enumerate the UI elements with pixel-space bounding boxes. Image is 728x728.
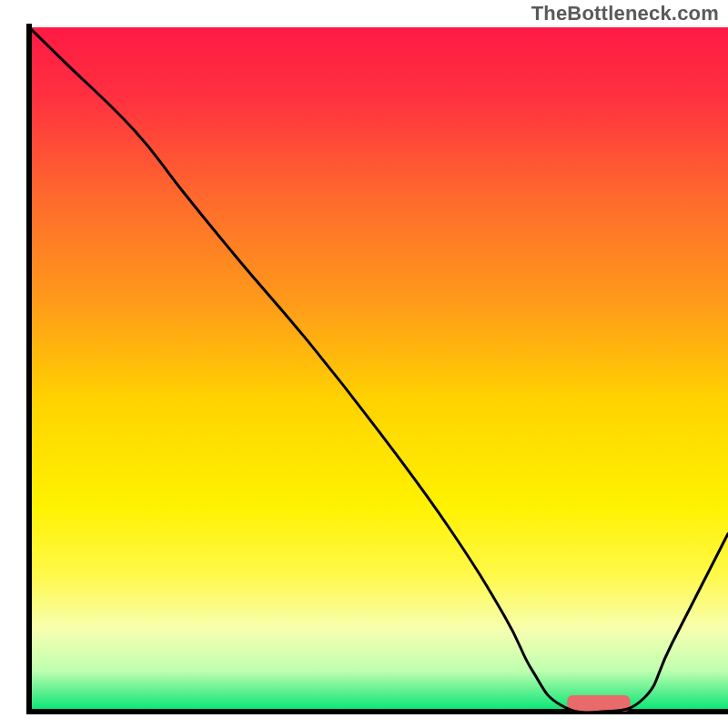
chart-container: TheBottleneck.com: [0, 0, 728, 728]
bottleneck-chart: [0, 0, 728, 728]
